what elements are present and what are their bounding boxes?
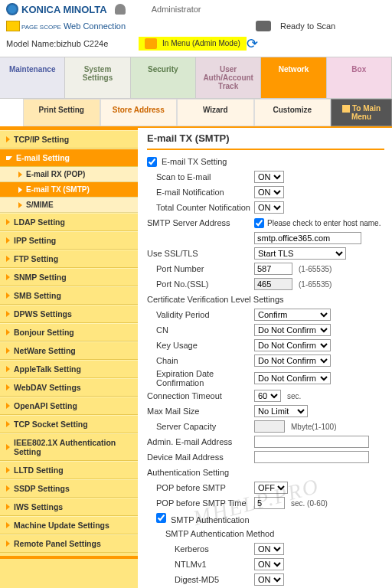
digest-label: Digest-MD5 (147, 575, 254, 584)
totalcounter-select[interactable]: ON (254, 201, 284, 214)
sidebar-item-tcpsocket[interactable]: TCP Socket Setting (0, 415, 138, 433)
tab-row-primary: Maintenance System Settings Security Use… (0, 57, 392, 99)
tab-store-address[interactable]: Store Address (100, 99, 178, 126)
tab-security[interactable]: Security (131, 57, 196, 98)
scan2email-label: Scan to E-mail (147, 172, 254, 181)
ssltls-label: Use SSL/TLS (147, 249, 254, 258)
refresh-icon[interactable]: ⟳ (247, 35, 258, 52)
validity-select[interactable]: Confirm (254, 309, 331, 321)
page-scope: PAGE SCOPE Web Connection (21, 21, 126, 31)
page-scope-icon (6, 21, 20, 31)
cn-select[interactable]: Do Not Confirm (254, 324, 331, 336)
keyusage-label: Key Usage (147, 341, 254, 350)
ntlmv1-select[interactable]: ON (254, 558, 284, 570)
popbefore-label: POP before SMTP (147, 483, 254, 492)
totalcounter-label: Total Counter Notification (147, 203, 254, 212)
sidebar-item-ieee8021x[interactable]: IEEE802.1X Authentication Setting (0, 433, 138, 461)
tab-network[interactable]: Network (261, 57, 326, 98)
sidebar-item-netware[interactable]: NetWare Setting (0, 341, 138, 360)
smtpauth-label: SMTP Authentication (171, 515, 250, 524)
adminmail-label: Admin. E-mail Address (147, 437, 254, 446)
portssl-input (254, 278, 292, 290)
smtpaddr-input[interactable] (254, 232, 361, 244)
admin-mode-bar: In Menu (Admin Mode) (139, 37, 247, 51)
sidebar-item-webdav[interactable]: WebDAV Settings (0, 378, 138, 397)
brand-logo-icon (6, 3, 18, 15)
sidebar-sub-email-tx[interactable]: E-mail TX (SMTP) (0, 182, 138, 198)
sidebar-item-tcpip[interactable]: TCP/IP Setting (0, 130, 138, 149)
smtpauthmethod-label: SMTP Authentication Method (147, 529, 384, 538)
ready-scan: Ready to Scan (274, 20, 341, 32)
popbefore-select[interactable]: OFF (254, 482, 288, 494)
tab-system-settings[interactable]: System Settings (65, 57, 130, 98)
sidebar: TCP/IP Setting E-mail Setting E-mail RX … (0, 128, 138, 588)
emailtx-label: E-mail TX Setting (162, 157, 384, 166)
section-title: E-mail TX (SMTP) (147, 132, 384, 150)
sidebar-item-ipp[interactable]: IPP Setting (0, 231, 138, 250)
keyusage-select[interactable]: Do Not Confirm (254, 339, 331, 351)
sidebar-item-email[interactable]: E-mail Setting (0, 149, 138, 167)
poptime-input[interactable] (254, 497, 285, 509)
sidebar-sub-smime[interactable]: S/MIME (0, 198, 138, 213)
user-icon (115, 4, 126, 15)
sidebar-item-dpws[interactable]: DPWS Settings (0, 305, 138, 323)
admin-label: Administrator (152, 5, 201, 14)
tab-user-auth[interactable]: User Auth/Account Track (196, 57, 261, 98)
tab-maintenance[interactable]: Maintenance (0, 57, 65, 98)
tab-wizard[interactable]: Wizard (177, 99, 254, 126)
sidebar-item-ssdp[interactable]: SSDP Settings (0, 479, 138, 498)
tab-box[interactable]: Box (327, 57, 392, 98)
sidebar-item-lltd[interactable]: LLTD Setting (0, 461, 138, 479)
devicemail-input[interactable] (254, 451, 369, 463)
validity-label: Validity Period (147, 310, 254, 319)
emailnotif-select[interactable]: ON (254, 186, 284, 198)
sidebar-item-remotepanel[interactable]: Remote Panel Settings (0, 534, 138, 553)
sidebar-sub-email-rx[interactable]: E-mail RX (POP) (0, 167, 138, 182)
chain-select[interactable]: Do Not Confirm (254, 354, 331, 367)
adminmail-input[interactable] (254, 436, 369, 448)
sidebar-item-smb[interactable]: SMB Setting (0, 286, 138, 305)
authsetting-label: Authentication Setting (147, 468, 384, 477)
smtpaddr-label: SMTP Server Address (147, 218, 254, 227)
hostname-checkbox[interactable] (254, 218, 264, 228)
kerberos-select[interactable]: ON (254, 543, 284, 555)
sec-label: sec. (287, 392, 301, 400)
sidebar-item-ldap[interactable]: LDAP Setting (0, 213, 138, 231)
sidebar-item-bonjour[interactable]: Bonjour Setting (0, 323, 138, 341)
tab-print-setting[interactable]: Print Setting (23, 99, 100, 126)
sidebar-item-openapi[interactable]: OpenAPI Setting (0, 397, 138, 415)
ntlmv1-label: NTLMv1 (147, 560, 254, 569)
ssltls-select[interactable]: Start TLS (254, 247, 346, 260)
chain-label: Chain (147, 356, 254, 365)
portssl-label: Port No.(SSL) (147, 279, 254, 289)
tab-customize[interactable]: Customize (254, 99, 332, 126)
model-label: Model Name: (6, 39, 56, 48)
portn-label: Port Number (147, 264, 254, 273)
servercap-input (254, 420, 285, 433)
poptime-label: POP before SMTP Time (147, 498, 254, 508)
portn-input[interactable] (254, 263, 292, 275)
smtpauth-checkbox[interactable] (156, 513, 166, 523)
sidebar-item-appletalk[interactable]: AppleTalk Setting (0, 360, 138, 378)
content-panel: E-mail TX (SMTP) E-mail TX Setting Scan … (138, 128, 392, 588)
to-main-menu-button[interactable]: To Main Menu (331, 99, 392, 126)
certlvl-label: Certificate Verification Level Settings (147, 295, 384, 304)
sidebar-item-machineupdate[interactable]: Machine Update Settings (0, 516, 138, 534)
sidebar-item-iws[interactable]: IWS Settings (0, 498, 138, 516)
brand-logo: KONICA MINOLTA (21, 4, 107, 15)
emailnotif-label: E-mail Notification (147, 188, 254, 197)
expdate-label: Expiration Date Confirmation (147, 369, 254, 387)
emailtx-checkbox[interactable] (147, 157, 157, 167)
maxmail-label: Max Mail Size (147, 407, 254, 416)
poptime-hint: sec. (0-60) (291, 499, 328, 508)
sidebar-item-snmp[interactable]: SNMP Setting (0, 268, 138, 286)
kerberos-label: Kerberos (147, 544, 254, 554)
expdate-select[interactable]: Do Not Confirm (254, 372, 331, 384)
tab-row-secondary: Print Setting Store Address Wizard Custo… (0, 99, 392, 128)
scan2email-select[interactable]: ON (254, 171, 284, 183)
maxmail-select[interactable]: No Limit (254, 405, 308, 417)
digest-select[interactable]: ON (254, 573, 284, 586)
warning-icon (145, 38, 157, 49)
sidebar-item-ftp[interactable]: FTP Setting (0, 250, 138, 268)
conntimeout-select[interactable]: 60 (254, 390, 281, 402)
